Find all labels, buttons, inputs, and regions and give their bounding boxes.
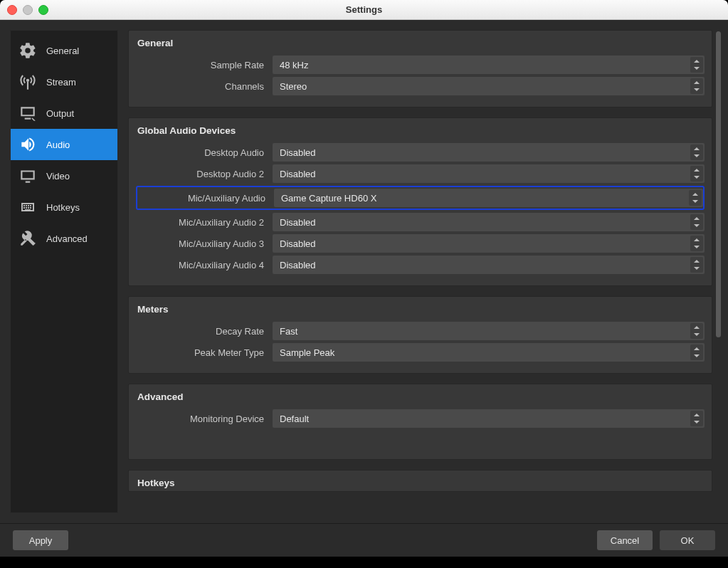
label-desktop-audio: Desktop Audio [136,147,273,158]
label-desktop-audio-2: Desktop Audio 2 [136,169,273,179]
select-value: Default [280,414,309,424]
sidebar-item-audio[interactable]: Audio [11,129,117,160]
keyboard-icon [18,197,38,217]
settings-window: Settings General Stream [0,0,728,557]
audio-icon [18,135,38,154]
select-value: Sample Peak [280,347,334,358]
select-mic-aux-2[interactable]: Disabled [273,213,705,231]
label-peak-meter-type: Peak Meter Type [136,347,273,358]
row-mic-aux: Mic/Auxiliary Audio Game Capture HD60 X [136,186,705,210]
label-decay-rate: Decay Rate [136,326,273,337]
row-desktop-audio: Desktop Audio Disabled [136,143,705,162]
group-title: Advanced [137,391,703,402]
chevrons-icon [690,144,703,160]
label-mic-aux-2: Mic/Auxiliary Audio 2 [136,217,273,228]
sidebar-item-advanced[interactable]: Advanced [11,223,117,254]
dialog-footer: Apply Cancel OK [0,523,728,557]
chevrons-icon [690,323,703,339]
select-mic-aux[interactable]: Game Capture HD60 X [274,189,703,207]
row-decay-rate: Decay Rate Fast [136,322,705,340]
ok-button[interactable]: OK [660,530,715,550]
select-value: Stereo [280,81,307,92]
sidebar-item-label: Audio [46,140,70,150]
sidebar-item-hotkeys[interactable]: Hotkeys [11,191,117,223]
output-icon [18,103,38,123]
group-title: Hotkeys [137,478,703,488]
sidebar-item-label: General [46,46,79,56]
row-mic-aux-3: Mic/Auxiliary Audio 3 Disabled [136,234,705,253]
chevrons-icon [690,78,703,94]
row-desktop-audio-2: Desktop Audio 2 Disabled [136,164,705,183]
row-sample-rate: Sample Rate 48 kHz [136,56,705,74]
chevrons-icon [690,166,703,182]
select-mic-aux-3[interactable]: Disabled [273,234,705,253]
group-title: Global Audio Devices [137,125,703,136]
select-desktop-audio[interactable]: Disabled [273,143,705,162]
label-sample-rate: Sample Rate [136,60,273,70]
chevrons-icon [690,214,703,230]
sidebar-item-label: Video [46,171,70,182]
select-mic-aux-4[interactable]: Disabled [273,256,705,274]
sidebar-item-label: Hotkeys [46,202,80,213]
sidebar-item-label: Output [46,108,74,119]
cancel-button[interactable]: Cancel [597,530,653,550]
group-title: General [137,38,703,48]
label-monitoring-device: Monitoring Device [136,414,273,424]
sidebar-item-label: Advanced [46,233,88,244]
row-monitoring-device: Monitoring Device Default [136,409,705,428]
chevrons-icon [690,57,703,73]
group-hotkeys: Hotkeys [128,470,712,492]
row-mic-aux-2: Mic/Auxiliary Audio 2 Disabled [136,213,705,231]
row-channels: Channels Stereo [136,77,705,95]
select-value: Disabled [280,169,316,179]
window-title: Settings [0,4,728,15]
label-mic-aux-3: Mic/Auxiliary Audio 3 [136,238,273,249]
row-mic-aux-4: Mic/Auxiliary Audio 4 Disabled [136,256,705,274]
video-icon [18,166,38,186]
select-value: 48 kHz [280,60,308,70]
scrollbar[interactable] [716,30,721,513]
label-channels: Channels [136,81,273,92]
select-channels[interactable]: Stereo [273,77,705,95]
group-advanced: Advanced Monitoring Device Default [128,384,712,460]
label-mic-aux: Mic/Auxiliary Audio [137,193,274,204]
select-value: Game Capture HD60 X [281,193,376,204]
select-value: Disabled [280,217,316,228]
sidebar-item-stream[interactable]: Stream [11,66,117,98]
settings-sidebar: General Stream Output [10,30,118,513]
select-value: Fast [280,326,297,337]
content-wrap: General Sample Rate 48 kHz Channels Ste [128,30,718,513]
select-peak-meter-type[interactable]: Sample Peak [273,343,705,362]
select-monitoring-device[interactable]: Default [273,409,705,428]
sidebar-item-output[interactable]: Output [11,98,117,129]
chevrons-icon [689,190,702,206]
settings-content[interactable]: General Sample Rate 48 kHz Channels Ste [128,30,718,513]
group-title: Meters [137,304,703,315]
group-meters: Meters Decay Rate Fast Peak Meter Type [128,296,712,374]
group-general: General Sample Rate 48 kHz Channels Ste [128,30,712,107]
chevrons-icon [690,257,703,273]
chevrons-icon [690,411,703,426]
tools-icon [18,228,38,248]
chevrons-icon [690,236,703,251]
row-peak-meter-type: Peak Meter Type Sample Peak [136,343,705,362]
select-desktop-audio-2[interactable]: Disabled [273,164,705,183]
gear-icon [18,41,38,61]
titlebar[interactable]: Settings [0,0,728,20]
select-value: Disabled [280,238,316,249]
select-value: Disabled [280,260,316,270]
chevrons-icon [690,345,703,360]
select-value: Disabled [280,147,316,158]
select-decay-rate[interactable]: Fast [273,322,705,340]
sidebar-item-label: Stream [46,77,76,88]
sidebar-item-video[interactable]: Video [11,160,117,191]
group-global-audio: Global Audio Devices Desktop Audio Disab… [128,117,712,286]
sidebar-item-general[interactable]: General [11,35,117,66]
apply-button[interactable]: Apply [13,530,68,550]
stream-icon [18,72,38,92]
label-mic-aux-4: Mic/Auxiliary Audio 4 [136,260,273,270]
scrollbar-thumb[interactable] [716,31,721,337]
select-sample-rate[interactable]: 48 kHz [273,56,705,74]
